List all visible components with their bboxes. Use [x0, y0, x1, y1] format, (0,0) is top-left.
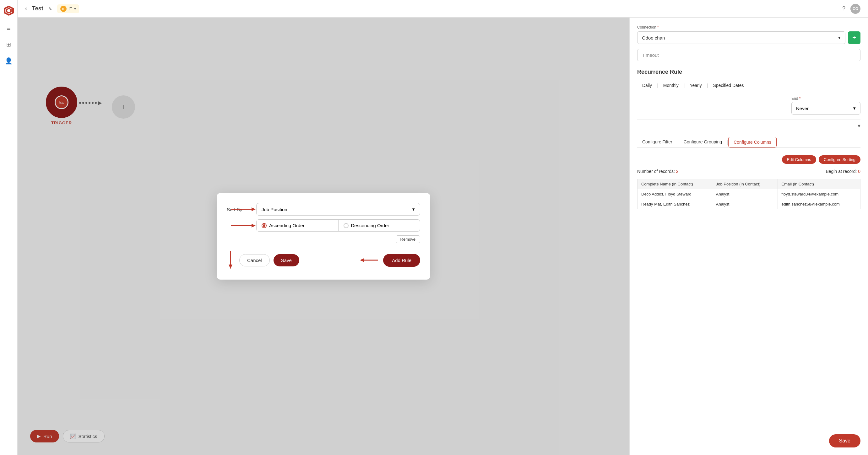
svg-marker-6	[252, 224, 256, 228]
timeout-field-group	[637, 49, 861, 61]
arrow-down-annotation	[227, 251, 234, 269]
modal-footer-btns: Cancel Save	[239, 254, 299, 266]
configure-sorting-button[interactable]: Configure Sorting	[819, 155, 861, 164]
tab-monthly[interactable]: Monthly	[658, 80, 684, 91]
begin-record: Begin at record: 0	[826, 169, 861, 174]
tab-specified-dates[interactable]: Specified Dates	[708, 80, 749, 91]
end-chevron-icon: ▾	[853, 105, 856, 111]
arrow-to-add-rule	[359, 256, 378, 264]
num-records: Number of records: 2	[637, 169, 679, 174]
svg-point-2	[7, 9, 10, 12]
modal-actions: Cancel Save Add Rule	[227, 251, 420, 269]
save-button[interactable]: Save	[829, 434, 861, 448]
cell-job-position: Analyst	[712, 199, 778, 209]
action-btns-row: Edit Columns Configure Sorting	[637, 155, 861, 164]
back-button[interactable]: ‹	[25, 5, 27, 12]
help-icon[interactable]: ?	[842, 5, 845, 12]
canvas-area: http TRIGGER ▶ + ▶ Run	[18, 18, 629, 455]
grid-icon[interactable]: ⊞	[4, 40, 13, 49]
svg-marker-8	[228, 264, 232, 269]
config-tabs: Configure Filter | Configure Grouping | …	[637, 137, 861, 148]
modal-overlay: Sort By Job Position	[18, 18, 629, 455]
end-dropdown[interactable]: Never ▾	[792, 102, 861, 115]
num-records-link[interactable]: 2	[676, 169, 679, 174]
sort-modal: Sort By Job Position	[217, 193, 430, 280]
cell-email: edith.sanchez68@example.com	[778, 199, 860, 209]
tab-yearly[interactable]: Yearly	[685, 80, 707, 91]
end-label: End *	[792, 96, 861, 101]
ascending-label: Ascending Order	[269, 223, 305, 228]
header-right: ? CO	[842, 4, 861, 14]
data-table: Complete Name (in Contact) Job Position …	[637, 179, 861, 209]
connection-field-group: Connection * Odoo chan ▾ +	[637, 25, 861, 44]
recurrence-title: Recurrence Rule	[637, 69, 861, 75]
svg-marker-4	[252, 207, 256, 211]
table-row: Ready Mat, Edith Sanchez Analyst edith.s…	[638, 199, 861, 209]
edit-icon[interactable]: ✎	[49, 6, 52, 11]
it-chevron-icon: ▾	[74, 7, 76, 11]
cancel-button[interactable]: Cancel	[239, 254, 270, 266]
menu-icon[interactable]: ≡	[4, 24, 13, 33]
connection-label: Connection *	[637, 25, 861, 30]
end-value: Never	[796, 106, 809, 111]
expand-row: ▾	[637, 120, 861, 129]
avatar[interactable]: CO	[850, 4, 861, 14]
descending-label: Descending Order	[351, 223, 390, 228]
arrow-to-dropdown	[231, 205, 256, 213]
end-field: End * Never ▾	[792, 96, 861, 115]
arrow-to-radio	[231, 222, 256, 229]
descending-order-option[interactable]: Descending Order	[339, 220, 420, 231]
timeout-input[interactable]	[637, 49, 861, 61]
sort-fields: Job Position ▾	[256, 203, 420, 243]
recurrence-end-row: End * Never ▾	[637, 96, 861, 115]
sidebar: ≡ ⊞ 👤	[0, 0, 18, 455]
top-header: ‹ Test ✎ IT IT ▾ ? CO	[18, 0, 868, 18]
save-modal-button[interactable]: Save	[274, 254, 299, 266]
remove-button[interactable]: Remove	[396, 235, 420, 243]
tab-daily[interactable]: Daily	[637, 80, 657, 91]
cell-name: Ready Mat, Edith Sanchez	[638, 199, 712, 209]
cell-name: Deco Addict, Floyd Steward	[638, 189, 712, 199]
expand-icon[interactable]: ▾	[858, 122, 861, 129]
it-label: IT	[68, 6, 72, 11]
order-radio-row: Ascending Order Descending Order	[256, 219, 420, 232]
col-job-position: Job Position (in Contact)	[712, 179, 778, 189]
records-info: Number of records: 2 Begin at record: 0	[637, 169, 861, 174]
job-position-value: Job Position	[261, 207, 287, 212]
it-dot: IT	[60, 6, 67, 12]
app-logo[interactable]	[3, 5, 14, 16]
add-connection-icon: +	[852, 34, 856, 41]
col-complete-name: Complete Name (in Contact)	[638, 179, 712, 189]
dropdown-chevron-icon: ▾	[412, 206, 415, 212]
main-area: ‹ Test ✎ IT IT ▾ ? CO http TRIGGER	[18, 0, 868, 455]
connection-chevron-icon: ▾	[838, 35, 841, 40]
connection-row: Odoo chan ▾ +	[637, 31, 861, 44]
cell-job-position: Analyst	[712, 189, 778, 199]
ascending-order-option[interactable]: Ascending Order	[256, 220, 339, 231]
svg-marker-10	[360, 258, 364, 262]
ascending-radio-dot	[261, 223, 267, 228]
page-title: Test	[32, 5, 43, 12]
configure-filter-tab[interactable]: Configure Filter	[637, 137, 677, 148]
configure-columns-tab[interactable]: Configure Columns	[728, 137, 777, 148]
table-header-row: Complete Name (in Contact) Job Position …	[638, 179, 861, 189]
cell-email: floyd.steward34@example.com	[778, 189, 860, 199]
right-panel: Connection * Odoo chan ▾ + Rec	[629, 18, 868, 455]
add-connection-button[interactable]: +	[848, 31, 861, 44]
user-icon[interactable]: 👤	[4, 57, 13, 65]
recurrence-tab-row: Daily | Monthly | Yearly | Specified Dat…	[637, 80, 861, 91]
descending-radio-dot	[344, 223, 349, 228]
table-row: Deco Addict, Floyd Steward Analyst floyd…	[638, 189, 861, 199]
job-position-select[interactable]: Job Position ▾	[256, 203, 420, 216]
connection-select[interactable]: Odoo chan ▾	[637, 31, 845, 44]
add-rule-button[interactable]: Add Rule	[383, 254, 420, 267]
connection-value: Odoo chan	[642, 35, 665, 40]
col-email: Email (in Contact)	[778, 179, 860, 189]
configure-grouping-tab[interactable]: Configure Grouping	[679, 137, 727, 148]
edit-columns-button[interactable]: Edit Columns	[782, 155, 816, 164]
begin-record-link[interactable]: 0	[858, 169, 861, 174]
sort-by-row: Sort By Job Position	[227, 203, 420, 243]
it-badge[interactable]: IT IT ▾	[57, 4, 79, 13]
